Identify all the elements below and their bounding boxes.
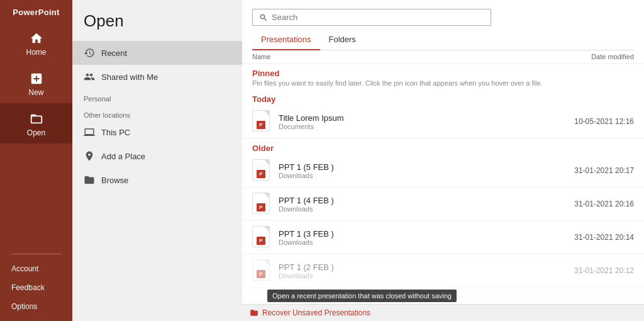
ppt-badge: P xyxy=(257,270,265,278)
tab-presentations[interactable]: Presentations xyxy=(252,31,320,50)
file-row[interactable]: P PPT 1 (3 FEB ) Downloads 31-01-2021 20… xyxy=(242,221,644,254)
file-icon-img: P xyxy=(252,159,270,181)
file-info: PPT 1 (5 FEB ) Downloads xyxy=(279,162,546,179)
browse-icon xyxy=(84,174,95,186)
sidebar-item-new-label: New xyxy=(28,88,43,97)
file-icon-img: P xyxy=(252,259,270,281)
ppt-badge: P xyxy=(257,237,265,245)
this-pc-icon xyxy=(84,127,95,138)
file-icon-img: P xyxy=(252,193,270,214)
shared-icon xyxy=(84,71,95,82)
file-icon-img: P xyxy=(252,110,270,132)
page-title: Open xyxy=(72,0,242,41)
tabs-row: Presentations Folders xyxy=(252,31,634,50)
file-date: 31-01-2021 20:17 xyxy=(552,166,634,175)
file-name: PPT 1 (3 FEB ) xyxy=(279,229,546,239)
logo-text: PowerPoint xyxy=(13,8,60,17)
file-list-header: Name Date modified xyxy=(242,50,644,64)
search-box[interactable] xyxy=(252,9,491,26)
left-nav-browse-label: Browse xyxy=(101,176,128,185)
file-location: Downloads xyxy=(279,272,546,279)
pinned-description: Pin files you want to easily find later.… xyxy=(242,79,644,89)
home-icon xyxy=(30,31,43,45)
left-panel: Open Recent Shared with Me Personal Othe… xyxy=(72,0,242,321)
recover-label: Recover Unsaved Presentations xyxy=(262,308,370,317)
sidebar-item-open[interactable]: Open xyxy=(0,103,72,144)
recover-icon xyxy=(250,308,258,317)
sidebar-item-feedback[interactable]: Feedback xyxy=(0,278,72,297)
file-list-area: Name Date modified Pinned Pin files you … xyxy=(242,50,644,304)
recent-icon xyxy=(84,47,95,59)
file-icon: P xyxy=(252,259,272,282)
file-info: Title Lorem Ipsum Documents xyxy=(279,113,546,130)
recover-bar[interactable]: Recover Unsaved Presentations Open a rec… xyxy=(242,304,644,321)
sidebar-item-home[interactable]: Home xyxy=(0,23,72,63)
sidebar-divider xyxy=(11,254,61,254)
file-location: Downloads xyxy=(279,239,546,246)
col-name-header: Name xyxy=(252,53,552,60)
other-locations-label: Other locations xyxy=(72,105,242,120)
add-place-icon xyxy=(84,150,95,162)
sidebar-item-home-label: Home xyxy=(26,48,46,57)
col-date-header: Date modified xyxy=(552,53,634,60)
file-info: PPT 1 (4 FEB ) Downloads xyxy=(279,196,546,213)
file-icon: P xyxy=(252,159,272,182)
file-name: Title Lorem Ipsum xyxy=(279,113,546,123)
file-icon: P xyxy=(252,193,272,215)
left-nav-shared[interactable]: Shared with Me xyxy=(72,65,242,89)
left-nav-recent[interactable]: Recent xyxy=(72,41,242,65)
personal-label: Personal xyxy=(72,89,242,105)
file-date: 31-01-2021 20:14 xyxy=(552,233,634,242)
right-header: Presentations Folders xyxy=(242,0,644,50)
file-date: 31-01-2021 20:16 xyxy=(552,200,634,208)
left-nav-this-pc[interactable]: This PC xyxy=(72,120,242,144)
sidebar-item-open-label: Open xyxy=(27,128,45,137)
left-nav-this-pc-label: This PC xyxy=(101,128,130,137)
file-date: 10-05-2021 12:16 xyxy=(552,117,634,126)
app-logo: PowerPoint xyxy=(0,0,72,23)
file-icon: P xyxy=(252,110,272,133)
pinned-heading: Pinned xyxy=(242,64,644,79)
file-icon-img: P xyxy=(252,226,270,247)
search-icon xyxy=(259,13,268,22)
older-heading: Older xyxy=(242,138,644,154)
recover-tooltip: Open a recent presentation that was clos… xyxy=(267,290,457,302)
left-nav-add-place[interactable]: Add a Place xyxy=(72,144,242,168)
file-icon: P xyxy=(252,226,272,249)
sidebar-item-options[interactable]: Options xyxy=(0,297,72,316)
new-icon xyxy=(30,72,43,86)
file-info: PPT 1 (2 FEB ) Downloads xyxy=(279,262,546,279)
file-info: PPT 1 (3 FEB ) Downloads xyxy=(279,229,546,246)
file-row[interactable]: P Title Lorem Ipsum Documents 10-05-2021… xyxy=(242,105,644,138)
sidebar-item-account[interactable]: Account xyxy=(0,259,72,278)
sidebar-bottom: Account Feedback Options xyxy=(0,249,72,321)
file-name: PPT 1 (5 FEB ) xyxy=(279,162,546,172)
file-row[interactable]: P PPT 1 (2 FEB ) Downloads 31-01-2021 20… xyxy=(242,254,644,288)
file-location: Downloads xyxy=(279,172,546,179)
file-row[interactable]: P PPT 1 (5 FEB ) Downloads 31-01-2021 20… xyxy=(242,154,644,188)
file-name: PPT 1 (4 FEB ) xyxy=(279,196,546,205)
file-date: 31-01-2021 20:12 xyxy=(552,266,634,275)
ppt-badge: P xyxy=(257,121,265,129)
sidebar-nav: Home New Open xyxy=(0,23,72,249)
search-input[interactable] xyxy=(272,13,484,22)
file-name: PPT 1 (2 FEB ) xyxy=(279,262,546,272)
ppt-badge: P xyxy=(257,170,265,178)
sidebar-item-new[interactable]: New xyxy=(0,63,72,103)
left-nav-add-place-label: Add a Place xyxy=(101,152,145,161)
left-nav-shared-label: Shared with Me xyxy=(101,72,158,82)
file-location: Downloads xyxy=(279,205,546,213)
tab-folders[interactable]: Folders xyxy=(320,31,365,50)
today-heading: Today xyxy=(242,89,644,105)
file-location: Documents xyxy=(279,123,546,130)
file-row[interactable]: P PPT 1 (4 FEB ) Downloads 31-01-2021 20… xyxy=(242,188,644,221)
open-icon xyxy=(30,112,43,126)
sidebar: PowerPoint Home New Open Account Feedbac… xyxy=(0,0,72,321)
left-nav-recent-label: Recent xyxy=(101,48,127,58)
ppt-badge: P xyxy=(257,203,265,211)
left-nav-browse[interactable]: Browse xyxy=(72,168,242,192)
right-panel: Presentations Folders Name Date modified… xyxy=(242,0,644,321)
